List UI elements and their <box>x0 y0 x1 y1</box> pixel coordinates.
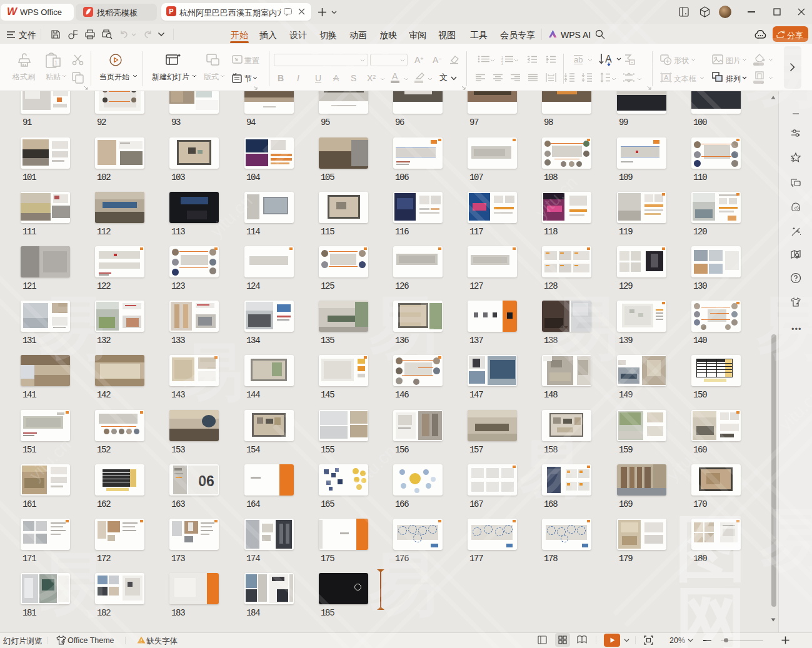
svg-text:A: A <box>664 74 669 81</box>
svg-text:1: 1 <box>54 59 58 66</box>
svg-text:3: 3 <box>501 62 503 65</box>
